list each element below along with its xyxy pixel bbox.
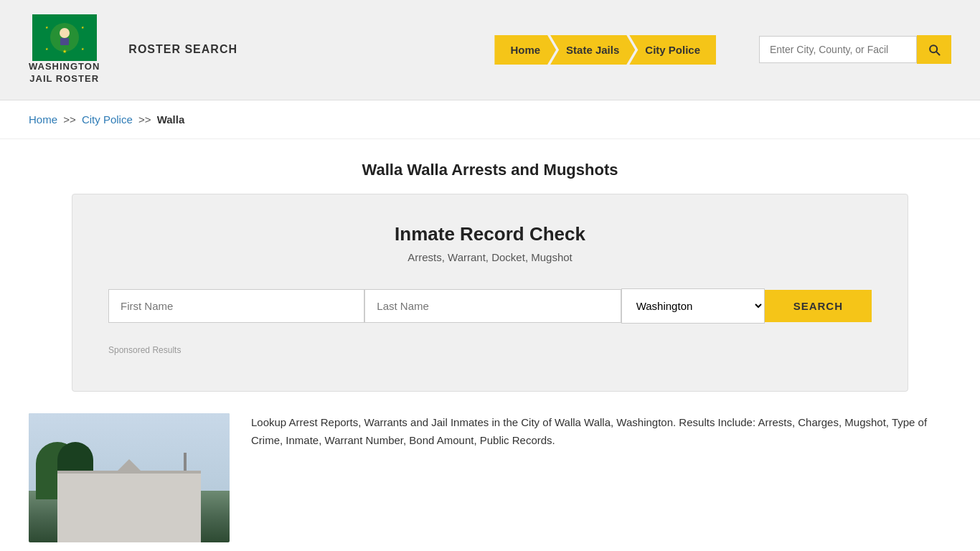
bottom-section: Lookup Arrest Reports, Warrants and Jail… — [29, 413, 951, 542]
inmate-record-check-box: Inmate Record Check Arrests, Warrant, Do… — [72, 194, 908, 392]
breadcrumb-current: Walla — [157, 113, 185, 126]
header-search-button[interactable] — [917, 35, 951, 64]
building — [57, 471, 201, 542]
roster-search-label: ROSTER SEARCH — [128, 43, 237, 56]
site-header: ★ ★ ★ ★ ★ WASHINGTON JAIL ROSTER ROSTER … — [0, 0, 980, 100]
inmate-search-button[interactable]: SEARCH — [765, 290, 872, 322]
jail-image — [29, 413, 230, 542]
nav-state-jails[interactable]: State Jails — [550, 35, 635, 65]
site-logo[interactable]: ★ ★ ★ ★ ★ WASHINGTON JAIL ROSTER — [29, 14, 100, 85]
sponsored-results-label: Sponsored Results — [108, 345, 872, 355]
washington-flag-icon: ★ ★ ★ ★ ★ — [32, 14, 97, 61]
header-search-input[interactable] — [759, 36, 917, 63]
last-name-input[interactable] — [364, 289, 621, 323]
search-icon — [927, 42, 941, 57]
breadcrumb: Home >> City Police >> Walla — [0, 100, 980, 139]
svg-point-3 — [60, 28, 70, 38]
svg-text:★: ★ — [62, 49, 67, 55]
inmate-check-subtitle: Arrests, Warrant, Docket, Mugshot — [108, 251, 872, 263]
nav-city-police[interactable]: City Police — [629, 35, 716, 65]
inmate-check-title: Inmate Record Check — [108, 223, 872, 245]
inmate-search-form: Washington SEARCH — [108, 288, 872, 324]
first-name-input[interactable] — [108, 289, 364, 323]
breadcrumb-city-police[interactable]: City Police — [82, 113, 133, 126]
breadcrumb-sep-2: >> — [138, 113, 151, 126]
main-nav: Home State Jails City Police — [494, 35, 716, 65]
state-select[interactable]: Washington — [621, 288, 765, 324]
nav-home[interactable]: Home — [494, 35, 556, 65]
page-title: Walla Walla Arrests and Mugshots — [0, 161, 980, 179]
breadcrumb-sep-1: >> — [63, 113, 76, 126]
header-search-area — [759, 35, 951, 64]
svg-rect-4 — [60, 38, 69, 45]
description-text: Lookup Arrest Reports, Warrants and Jail… — [251, 413, 951, 450]
logo-text: WASHINGTON JAIL ROSTER — [29, 61, 100, 85]
breadcrumb-home[interactable]: Home — [29, 113, 57, 126]
